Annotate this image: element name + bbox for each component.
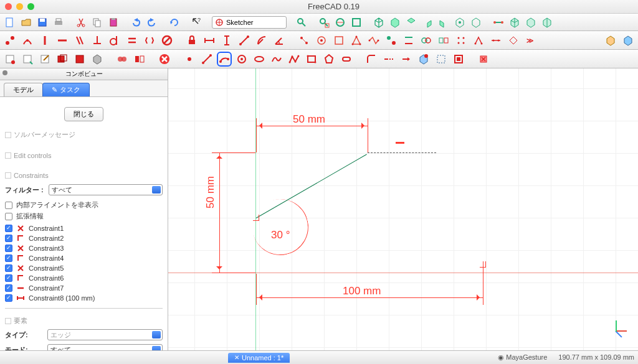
sk-mirror-icon[interactable]	[132, 52, 147, 67]
right-view-button[interactable]	[420, 16, 435, 29]
sk-construct-icon[interactable]	[451, 52, 466, 67]
sk-line-icon[interactable]	[199, 52, 214, 67]
rear-view-button[interactable]	[436, 16, 451, 29]
iso-cube2-button[interactable]	[523, 16, 538, 29]
refresh-button[interactable]	[167, 16, 182, 29]
geom13-icon[interactable]	[506, 33, 521, 48]
dim-rad-icon[interactable]	[254, 33, 269, 48]
dim-ang-icon[interactable]	[272, 33, 287, 48]
list-item[interactable]: Constraint3	[5, 243, 163, 253]
save-file-button[interactable]	[35, 16, 50, 29]
sk-map-icon[interactable]	[55, 52, 70, 67]
list-item[interactable]: Constraint4	[5, 253, 163, 263]
close-button[interactable]: 閉じる	[64, 107, 103, 121]
geom6-icon[interactable]	[384, 33, 399, 48]
nav-style[interactable]: ◉ MayaGesture	[498, 353, 547, 362]
geom7-icon[interactable]	[401, 33, 416, 48]
list-item[interactable]: Constraint1	[5, 223, 163, 233]
list-item[interactable]: Constraint7	[5, 283, 163, 293]
geom8-icon[interactable]	[419, 33, 434, 48]
left-view-button[interactable]	[469, 16, 483, 29]
sk-fillet-icon[interactable]	[364, 52, 379, 67]
symmetric-icon[interactable]	[142, 33, 157, 48]
sk-edit-icon[interactable]	[37, 52, 52, 67]
zoom-fit-button[interactable]	[294, 16, 309, 29]
sk-bspline-icon[interactable]	[269, 52, 284, 67]
sk-polyline-icon[interactable]	[287, 52, 302, 67]
elements-section[interactable]: 要素	[5, 316, 163, 325]
hide-internal-check[interactable]	[5, 202, 12, 209]
sk-new-icon[interactable]	[2, 52, 17, 67]
coincident-icon[interactable]	[2, 33, 17, 48]
workbench-selector[interactable]: Sketcher	[212, 16, 287, 29]
sk-rect-icon[interactable]	[304, 52, 319, 67]
redo-button[interactable]	[145, 16, 160, 29]
sk-carbon-icon[interactable]	[434, 52, 449, 67]
max-window-button[interactable]	[27, 3, 34, 10]
geom11-icon[interactable]	[471, 33, 486, 48]
block-icon[interactable]	[160, 33, 174, 48]
sk-leave-icon[interactable]	[20, 52, 35, 67]
solver-section[interactable]: ソルバーメッセージ	[5, 130, 163, 139]
type-select[interactable]: エッジ	[47, 329, 163, 340]
geom2-icon[interactable]	[314, 33, 329, 48]
geom9-icon[interactable]	[436, 33, 451, 48]
filter-select[interactable]: すべて	[49, 184, 163, 195]
sk-point-icon[interactable]	[182, 52, 197, 67]
dim-len-icon[interactable]	[237, 33, 252, 48]
sk-arc-icon[interactable]	[217, 52, 232, 67]
print-button[interactable]	[51, 16, 66, 29]
iso-cube-button[interactable]	[507, 16, 522, 29]
new-file-button[interactable]	[2, 16, 17, 29]
sk-del-icon[interactable]	[476, 52, 491, 67]
constraints-section[interactable]: Constraints	[5, 172, 163, 179]
cut-button[interactable]	[74, 16, 88, 29]
measure-dist-button[interactable]	[491, 16, 506, 29]
vertical-icon[interactable]	[37, 33, 52, 48]
geom12-icon[interactable]	[488, 33, 503, 48]
sk-external-icon[interactable]	[416, 52, 431, 67]
sk-reorient-icon[interactable]	[72, 52, 87, 67]
dim-v-left-label[interactable]: 50 mm	[204, 176, 217, 208]
draw-style-button[interactable]	[333, 16, 348, 29]
panel-close-dot[interactable]	[2, 70, 7, 75]
dim-h-top-label[interactable]: 50 mm	[293, 113, 325, 126]
geom4-icon[interactable]	[349, 33, 364, 48]
front-view-button[interactable]	[388, 16, 402, 29]
dim-v-icon[interactable]	[219, 33, 234, 48]
sk-ellipse-icon[interactable]	[252, 52, 267, 67]
top-view-button[interactable]	[404, 16, 419, 29]
sk-polygon-icon[interactable]	[321, 52, 336, 67]
point-on-icon[interactable]	[20, 33, 35, 48]
lock-icon[interactable]	[184, 33, 199, 48]
dim-h-icon[interactable]	[202, 33, 217, 48]
geom10-icon[interactable]	[454, 33, 469, 48]
whats-this-button[interactable]: ?	[189, 16, 204, 29]
horizontal-icon[interactable]	[55, 33, 70, 48]
sk-trim-icon[interactable]	[381, 52, 396, 67]
close-icon[interactable]: ✕	[234, 354, 239, 361]
dim-h-bottom-label[interactable]: 100 mm	[343, 285, 381, 297]
iso-cube3-button[interactable]	[540, 16, 555, 29]
geom3-icon[interactable]	[331, 33, 346, 48]
tab-task[interactable]: ✎タスク	[42, 83, 90, 96]
geom5-icon[interactable]	[366, 33, 381, 48]
sketch-canvas[interactable]: 50 mm 50 mm 100 mm 30 °	[168, 68, 638, 350]
undo-button[interactable]	[128, 16, 143, 29]
document-tab[interactable]: ✕Unnamed : 1*	[228, 353, 290, 363]
list-item[interactable]: Constraint6	[5, 273, 163, 283]
sk-validate-icon[interactable]	[90, 52, 105, 67]
sk-circle-icon[interactable]	[234, 52, 249, 67]
sk-extend-icon[interactable]	[399, 52, 414, 67]
tangent-icon[interactable]	[107, 33, 122, 48]
close-window-button[interactable]	[5, 3, 12, 10]
geom1-icon[interactable]	[297, 33, 312, 48]
zoom-sel-button[interactable]	[317, 16, 331, 29]
sk-merge-icon[interactable]	[115, 52, 130, 67]
tab-model[interactable]: モデル	[4, 83, 43, 96]
body-icon[interactable]	[621, 33, 636, 48]
list-item[interactable]: Constraint2	[5, 233, 163, 243]
copy-button[interactable]	[90, 16, 105, 29]
sk-slot-icon[interactable]	[339, 52, 354, 67]
mode-select[interactable]: すべて	[47, 344, 163, 350]
